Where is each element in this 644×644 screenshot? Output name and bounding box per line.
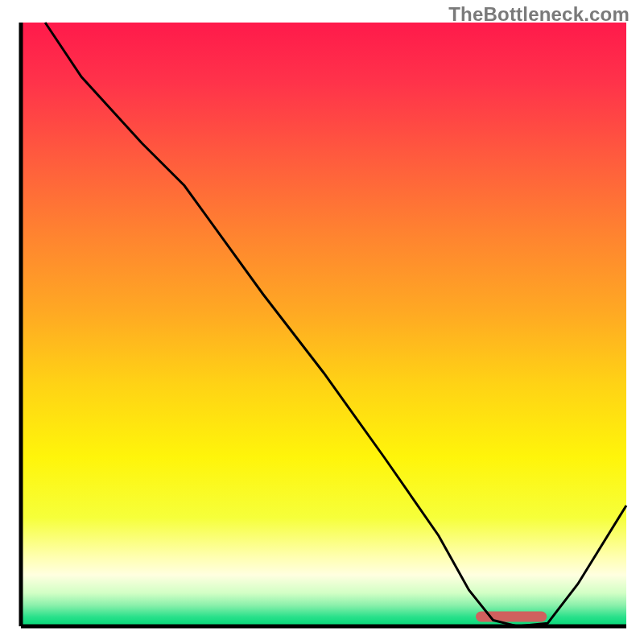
chart-svg	[0, 0, 644, 644]
plot-background	[21, 23, 626, 626]
bottleneck-chart: TheBottleneck.com	[0, 0, 644, 644]
watermark-text: TheBottleneck.com	[448, 3, 630, 26]
